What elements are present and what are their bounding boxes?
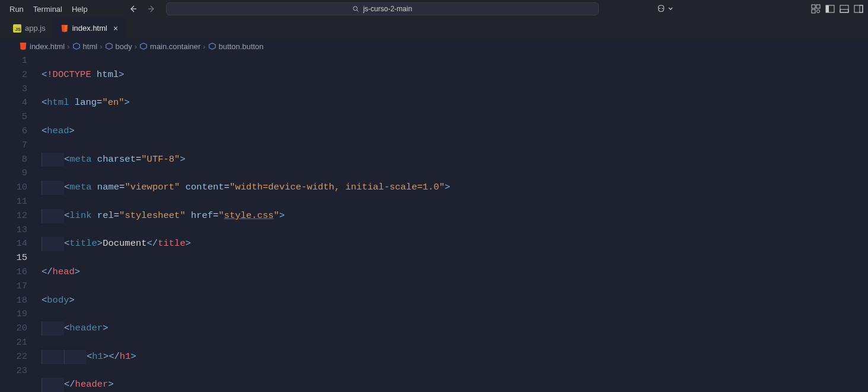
code-area[interactable]: <!DOCTYPE html> <html lang="en"> <head> …	[42, 54, 868, 392]
svg-point-7	[817, 10, 820, 13]
tab-bar: JS app.js index.html ×	[0, 18, 868, 38]
search-icon	[352, 5, 359, 12]
svg-rect-12	[854, 5, 863, 12]
menu-terminal[interactable]: Terminal	[28, 2, 67, 16]
editor[interactable]: 1 2 3 4 5 6 7 8 9 10 11 12 13 14 15 16 1…	[0, 54, 868, 392]
tab-label: app.js	[25, 24, 46, 33]
copilot-button[interactable]	[656, 4, 674, 14]
line-numbers: 1 2 3 4 5 6 7 8 9 10 11 12 13 14 15 16 1…	[0, 54, 42, 392]
svg-point-2	[659, 8, 660, 9]
customize-layout-icon[interactable]	[811, 4, 821, 14]
svg-rect-5	[816, 5, 820, 8]
breadcrumb-body: body	[116, 42, 132, 51]
svg-rect-6	[812, 9, 815, 13]
tab-label: index.html	[72, 24, 107, 33]
svg-point-3	[662, 8, 663, 9]
breadcrumb[interactable]: index.html › html › body › main.containe…	[0, 38, 868, 54]
toggle-panel-right-icon[interactable]	[854, 4, 863, 14]
nav-back-icon[interactable]	[128, 4, 138, 14]
svg-rect-4	[812, 5, 815, 8]
svg-rect-10	[840, 5, 848, 12]
titlebar: Run Terminal Help js-curso-2-main	[0, 0, 868, 18]
html-file-icon	[19, 42, 27, 50]
html-file-icon	[60, 24, 69, 33]
menu-help[interactable]: Help	[67, 2, 92, 16]
symbol-icon	[72, 42, 81, 50]
svg-line-1	[357, 10, 359, 12]
toggle-panel-bottom-icon[interactable]	[840, 4, 849, 14]
svg-rect-13	[860, 5, 863, 12]
symbol-icon	[139, 42, 148, 50]
menu-run[interactable]: Run	[5, 2, 28, 16]
breadcrumb-file: index.html	[30, 42, 65, 51]
js-file-icon: JS	[13, 24, 21, 33]
nav-forward-icon[interactable]	[147, 4, 157, 14]
svg-rect-11	[840, 9, 848, 12]
svg-rect-9	[826, 5, 829, 12]
toggle-panel-left-icon[interactable]	[825, 4, 835, 14]
breadcrumb-button: button.button	[219, 42, 264, 51]
breadcrumb-html: html	[83, 42, 98, 51]
chevron-down-icon	[668, 6, 674, 12]
breadcrumb-main: main.container	[150, 42, 200, 51]
search-box[interactable]: js-curso-2-main	[166, 2, 599, 15]
symbol-icon	[105, 42, 113, 50]
search-text: js-curso-2-main	[363, 5, 412, 13]
close-icon[interactable]: ×	[113, 24, 118, 33]
tab-appjs[interactable]: JS app.js	[6, 18, 53, 38]
symbol-icon	[208, 42, 216, 50]
svg-point-0	[353, 7, 358, 11]
svg-text:JS: JS	[15, 26, 21, 31]
tab-indexhtml[interactable]: index.html ×	[53, 18, 126, 38]
